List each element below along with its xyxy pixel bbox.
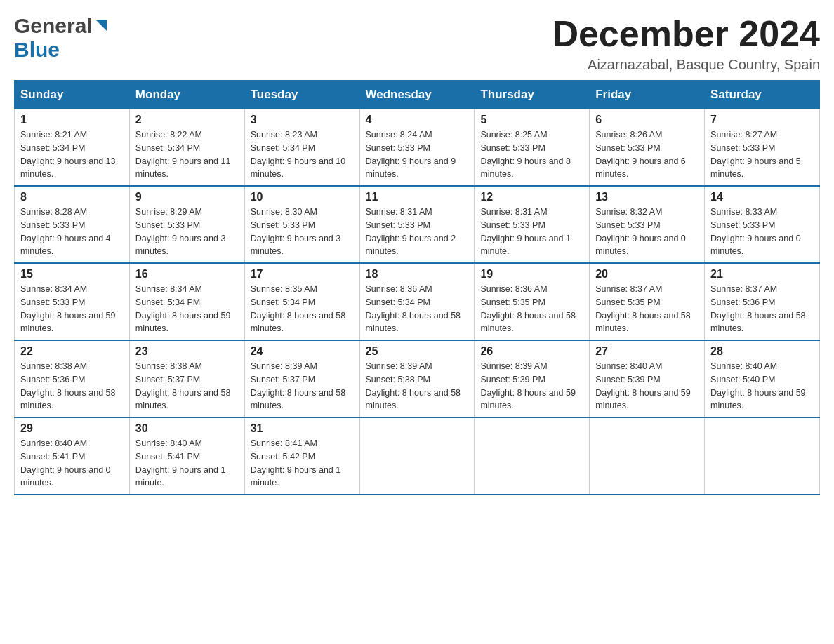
calendar-cell	[359, 417, 475, 495]
day-info: Sunrise: 8:32 AMSunset: 5:33 PMDaylight:…	[595, 206, 699, 258]
title-block: December 2024 Aizarnazabal, Basque Count…	[552, 14, 820, 73]
calendar-cell: 9Sunrise: 8:29 AMSunset: 5:33 PMDaylight…	[129, 186, 244, 263]
day-info: Sunrise: 8:21 AMSunset: 5:34 PMDaylight:…	[20, 128, 124, 181]
day-number: 11	[366, 191, 469, 203]
day-number: 1	[20, 114, 124, 126]
calendar-cell: 5Sunrise: 8:25 AMSunset: 5:33 PMDaylight…	[475, 109, 590, 187]
calendar-cell: 19Sunrise: 8:36 AMSunset: 5:35 PMDayligh…	[475, 263, 590, 340]
day-info: Sunrise: 8:39 AMSunset: 5:37 PMDaylight:…	[251, 360, 354, 412]
calendar-week-5: 29Sunrise: 8:40 AMSunset: 5:41 PMDayligh…	[15, 417, 820, 495]
day-number: 18	[366, 268, 469, 281]
calendar-cell: 29Sunrise: 8:40 AMSunset: 5:41 PMDayligh…	[15, 417, 130, 495]
day-number: 23	[135, 345, 239, 358]
calendar-week-4: 22Sunrise: 8:38 AMSunset: 5:36 PMDayligh…	[15, 340, 820, 417]
calendar-cell: 20Sunrise: 8:37 AMSunset: 5:35 PMDayligh…	[590, 263, 705, 340]
day-info: Sunrise: 8:38 AMSunset: 5:36 PMDaylight:…	[20, 360, 124, 412]
day-number: 12	[480, 191, 583, 203]
calendar-cell: 2Sunrise: 8:22 AMSunset: 5:34 PMDaylight…	[129, 109, 244, 187]
logo-blue-text: Blue	[14, 38, 60, 61]
day-info: Sunrise: 8:31 AMSunset: 5:33 PMDaylight:…	[366, 206, 469, 258]
weekday-header-thursday: Thursday	[475, 81, 590, 109]
calendar-cell: 15Sunrise: 8:34 AMSunset: 5:33 PMDayligh…	[15, 263, 130, 340]
day-info: Sunrise: 8:38 AMSunset: 5:37 PMDaylight:…	[135, 360, 239, 412]
day-info: Sunrise: 8:25 AMSunset: 5:33 PMDaylight:…	[480, 128, 583, 181]
weekday-header-row: SundayMondayTuesdayWednesdayThursdayFrid…	[15, 81, 820, 109]
day-number: 8	[20, 191, 124, 203]
day-info: Sunrise: 8:23 AMSunset: 5:34 PMDaylight:…	[251, 128, 354, 181]
day-number: 10	[251, 191, 354, 203]
day-number: 7	[710, 114, 814, 126]
day-info: Sunrise: 8:40 AMSunset: 5:39 PMDaylight:…	[595, 360, 699, 412]
calendar-cell: 22Sunrise: 8:38 AMSunset: 5:36 PMDayligh…	[15, 340, 130, 417]
day-number: 28	[710, 345, 814, 358]
calendar-week-2: 8Sunrise: 8:28 AMSunset: 5:33 PMDaylight…	[15, 186, 820, 263]
weekday-header-monday: Monday	[129, 81, 244, 109]
day-info: Sunrise: 8:26 AMSunset: 5:33 PMDaylight:…	[595, 128, 699, 181]
calendar-cell: 13Sunrise: 8:32 AMSunset: 5:33 PMDayligh…	[590, 186, 705, 263]
month-title: December 2024	[552, 14, 820, 54]
location-text: Aizarnazabal, Basque Country, Spain	[552, 57, 820, 73]
day-number: 9	[135, 191, 239, 203]
calendar-cell: 14Sunrise: 8:33 AMSunset: 5:33 PMDayligh…	[705, 186, 820, 263]
calendar-cell	[705, 417, 820, 495]
day-number: 6	[595, 114, 699, 126]
calendar-cell: 7Sunrise: 8:27 AMSunset: 5:33 PMDaylight…	[705, 109, 820, 187]
calendar-table: SundayMondayTuesdayWednesdayThursdayFrid…	[14, 80, 820, 495]
day-info: Sunrise: 8:29 AMSunset: 5:33 PMDaylight:…	[135, 206, 239, 258]
day-info: Sunrise: 8:27 AMSunset: 5:33 PMDaylight:…	[710, 128, 814, 181]
calendar-cell: 17Sunrise: 8:35 AMSunset: 5:34 PMDayligh…	[244, 263, 359, 340]
svg-marker-0	[95, 20, 107, 31]
day-number: 4	[366, 114, 469, 126]
calendar-cell: 11Sunrise: 8:31 AMSunset: 5:33 PMDayligh…	[359, 186, 475, 263]
calendar-cell: 21Sunrise: 8:37 AMSunset: 5:36 PMDayligh…	[705, 263, 820, 340]
calendar-cell: 3Sunrise: 8:23 AMSunset: 5:34 PMDaylight…	[244, 109, 359, 187]
day-info: Sunrise: 8:41 AMSunset: 5:42 PMDaylight:…	[251, 437, 354, 490]
calendar-cell: 8Sunrise: 8:28 AMSunset: 5:33 PMDaylight…	[15, 186, 130, 263]
calendar-cell	[590, 417, 705, 495]
calendar-cell: 12Sunrise: 8:31 AMSunset: 5:33 PMDayligh…	[475, 186, 590, 263]
page-header: General Blue December 2024 Aizarnazabal,…	[14, 14, 820, 73]
day-number: 20	[595, 268, 699, 281]
day-info: Sunrise: 8:35 AMSunset: 5:34 PMDaylight:…	[251, 283, 354, 335]
logo: General Blue	[14, 14, 108, 62]
day-info: Sunrise: 8:22 AMSunset: 5:34 PMDaylight:…	[135, 128, 239, 181]
calendar-cell: 10Sunrise: 8:30 AMSunset: 5:33 PMDayligh…	[244, 186, 359, 263]
calendar-cell: 1Sunrise: 8:21 AMSunset: 5:34 PMDaylight…	[15, 109, 130, 187]
weekday-header-wednesday: Wednesday	[359, 81, 475, 109]
weekday-header-friday: Friday	[590, 81, 705, 109]
calendar-week-1: 1Sunrise: 8:21 AMSunset: 5:34 PMDaylight…	[15, 109, 820, 187]
day-info: Sunrise: 8:36 AMSunset: 5:34 PMDaylight:…	[366, 283, 469, 335]
calendar-cell: 24Sunrise: 8:39 AMSunset: 5:37 PMDayligh…	[244, 340, 359, 417]
day-number: 5	[480, 114, 583, 126]
calendar-cell	[475, 417, 590, 495]
day-info: Sunrise: 8:33 AMSunset: 5:33 PMDaylight:…	[710, 206, 814, 258]
day-number: 16	[135, 268, 239, 281]
day-number: 15	[20, 268, 124, 281]
calendar-cell: 4Sunrise: 8:24 AMSunset: 5:33 PMDaylight…	[359, 109, 475, 187]
day-info: Sunrise: 8:39 AMSunset: 5:39 PMDaylight:…	[480, 360, 583, 412]
day-info: Sunrise: 8:36 AMSunset: 5:35 PMDaylight:…	[480, 283, 583, 335]
day-info: Sunrise: 8:40 AMSunset: 5:41 PMDaylight:…	[20, 437, 124, 490]
calendar-cell: 27Sunrise: 8:40 AMSunset: 5:39 PMDayligh…	[590, 340, 705, 417]
calendar-cell: 18Sunrise: 8:36 AMSunset: 5:34 PMDayligh…	[359, 263, 475, 340]
calendar-body: 1Sunrise: 8:21 AMSunset: 5:34 PMDaylight…	[15, 109, 820, 495]
weekday-header-tuesday: Tuesday	[244, 81, 359, 109]
day-number: 13	[595, 191, 699, 203]
day-info: Sunrise: 8:31 AMSunset: 5:33 PMDaylight:…	[480, 206, 583, 258]
day-number: 22	[20, 345, 124, 358]
day-number: 21	[710, 268, 814, 281]
logo-general-text: General	[14, 14, 93, 38]
calendar-week-3: 15Sunrise: 8:34 AMSunset: 5:33 PMDayligh…	[15, 263, 820, 340]
day-info: Sunrise: 8:37 AMSunset: 5:36 PMDaylight:…	[710, 283, 814, 335]
calendar-cell: 16Sunrise: 8:34 AMSunset: 5:34 PMDayligh…	[129, 263, 244, 340]
calendar-cell: 25Sunrise: 8:39 AMSunset: 5:38 PMDayligh…	[359, 340, 475, 417]
logo-triangle-icon	[93, 17, 108, 35]
weekday-header-sunday: Sunday	[15, 81, 130, 109]
day-number: 27	[595, 345, 699, 358]
calendar-header: SundayMondayTuesdayWednesdayThursdayFrid…	[15, 81, 820, 109]
day-number: 30	[135, 422, 239, 435]
day-number: 19	[480, 268, 583, 281]
day-number: 29	[20, 422, 124, 435]
day-info: Sunrise: 8:39 AMSunset: 5:38 PMDaylight:…	[366, 360, 469, 412]
day-info: Sunrise: 8:30 AMSunset: 5:33 PMDaylight:…	[251, 206, 354, 258]
